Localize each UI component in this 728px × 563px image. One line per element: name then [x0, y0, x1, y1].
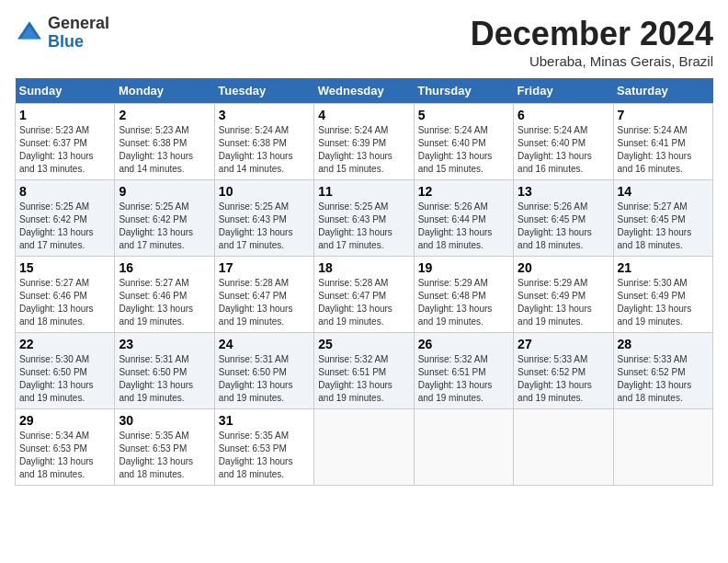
day-info: Sunrise: 5:25 AM Sunset: 6:42 PM Dayligh… — [19, 201, 110, 252]
day-info: Sunrise: 5:32 AM Sunset: 6:51 PM Dayligh… — [418, 353, 509, 405]
calendar-cell: 9 Sunrise: 5:25 AM Sunset: 6:42 PM Dayli… — [115, 180, 214, 257]
day-number: 27 — [518, 337, 609, 351]
day-info: Sunrise: 5:24 AM Sunset: 6:41 PM Dayligh… — [618, 124, 709, 176]
col-header-tuesday: Tuesday — [214, 78, 313, 104]
day-info: Sunrise: 5:26 AM Sunset: 6:45 PM Dayligh… — [518, 201, 609, 252]
day-number: 30 — [119, 413, 210, 428]
calendar-cell: 7 Sunrise: 5:24 AM Sunset: 6:41 PM Dayli… — [613, 104, 712, 180]
calendar-cell: 12 Sunrise: 5:26 AM Sunset: 6:44 PM Dayl… — [414, 180, 513, 257]
logo-blue-text: Blue — [48, 32, 84, 51]
day-number: 18 — [318, 260, 409, 275]
calendar-cell: 22 Sunrise: 5:30 AM Sunset: 6:50 PM Dayl… — [16, 333, 115, 409]
calendar-cell: 20 Sunrise: 5:29 AM Sunset: 6:49 PM Dayl… — [514, 257, 613, 333]
location-text: Uberaba, Minas Gerais, Brazil — [471, 53, 713, 69]
day-info: Sunrise: 5:24 AM Sunset: 6:40 PM Dayligh… — [418, 124, 509, 176]
day-info: Sunrise: 5:31 AM Sunset: 6:50 PM Dayligh… — [219, 353, 310, 405]
day-info: Sunrise: 5:28 AM Sunset: 6:47 PM Dayligh… — [219, 277, 310, 328]
day-info: Sunrise: 5:25 AM Sunset: 6:43 PM Dayligh… — [219, 201, 310, 252]
calendar-cell: 8 Sunrise: 5:25 AM Sunset: 6:42 PM Dayli… — [16, 180, 115, 257]
calendar-week-row: 1 Sunrise: 5:23 AM Sunset: 6:37 PM Dayli… — [16, 104, 713, 180]
day-number: 17 — [219, 260, 310, 275]
day-number: 24 — [219, 337, 310, 351]
day-info: Sunrise: 5:30 AM Sunset: 6:49 PM Dayligh… — [618, 277, 709, 328]
day-number: 16 — [119, 260, 210, 275]
day-number: 11 — [318, 184, 409, 199]
col-header-sunday: Sunday — [16, 78, 115, 104]
calendar-cell: 5 Sunrise: 5:24 AM Sunset: 6:40 PM Dayli… — [414, 104, 513, 180]
calendar-cell: 24 Sunrise: 5:31 AM Sunset: 6:50 PM Dayl… — [214, 333, 313, 409]
col-header-thursday: Thursday — [414, 78, 513, 104]
day-info: Sunrise: 5:28 AM Sunset: 6:47 PM Dayligh… — [318, 277, 409, 328]
day-number: 8 — [19, 184, 110, 199]
calendar-cell: 18 Sunrise: 5:28 AM Sunset: 6:47 PM Dayl… — [314, 257, 414, 333]
title-block: December 2024 Uberaba, Minas Gerais, Bra… — [471, 15, 713, 69]
day-number: 6 — [518, 108, 609, 122]
calendar-cell: 19 Sunrise: 5:29 AM Sunset: 6:48 PM Dayl… — [414, 257, 513, 333]
calendar-cell: 1 Sunrise: 5:23 AM Sunset: 6:37 PM Dayli… — [16, 104, 115, 180]
calendar-cell: 26 Sunrise: 5:32 AM Sunset: 6:51 PM Dayl… — [414, 333, 513, 409]
day-number: 1 — [19, 108, 110, 122]
day-number: 26 — [418, 337, 509, 351]
logo-icon — [15, 18, 44, 48]
calendar-table: SundayMondayTuesdayWednesdayThursdayFrid… — [15, 78, 713, 486]
day-info: Sunrise: 5:24 AM Sunset: 6:39 PM Dayligh… — [318, 124, 409, 176]
day-number: 23 — [119, 337, 210, 351]
calendar-cell: 28 Sunrise: 5:33 AM Sunset: 6:52 PM Dayl… — [613, 333, 712, 409]
day-info: Sunrise: 5:29 AM Sunset: 6:49 PM Dayligh… — [518, 277, 609, 328]
col-header-friday: Friday — [514, 78, 613, 104]
day-info: Sunrise: 5:25 AM Sunset: 6:42 PM Dayligh… — [119, 201, 210, 252]
day-info: Sunrise: 5:29 AM Sunset: 6:48 PM Dayligh… — [418, 277, 509, 328]
day-number: 25 — [318, 337, 409, 351]
calendar-week-row: 29 Sunrise: 5:34 AM Sunset: 6:53 PM Dayl… — [16, 409, 713, 486]
day-info: Sunrise: 5:27 AM Sunset: 6:46 PM Dayligh… — [119, 277, 210, 328]
day-info: Sunrise: 5:32 AM Sunset: 6:51 PM Dayligh… — [318, 353, 409, 405]
day-info: Sunrise: 5:24 AM Sunset: 6:38 PM Dayligh… — [219, 124, 310, 176]
day-number: 7 — [618, 108, 709, 122]
day-number: 19 — [418, 260, 509, 275]
page-header: General Blue December 2024 Uberaba, Mina… — [15, 15, 713, 69]
calendar-cell: 17 Sunrise: 5:28 AM Sunset: 6:47 PM Dayl… — [214, 257, 313, 333]
day-number: 5 — [418, 108, 509, 122]
day-number: 12 — [418, 184, 509, 199]
day-info: Sunrise: 5:31 AM Sunset: 6:50 PM Dayligh… — [119, 353, 210, 405]
day-number: 31 — [219, 413, 310, 428]
col-header-wednesday: Wednesday — [314, 78, 414, 104]
day-info: Sunrise: 5:27 AM Sunset: 6:46 PM Dayligh… — [19, 277, 110, 328]
calendar-cell: 27 Sunrise: 5:33 AM Sunset: 6:52 PM Dayl… — [514, 333, 613, 409]
month-title: December 2024 — [471, 15, 713, 53]
day-number: 2 — [119, 108, 210, 122]
calendar-cell — [613, 409, 712, 486]
day-info: Sunrise: 5:33 AM Sunset: 6:52 PM Dayligh… — [518, 353, 609, 405]
day-info: Sunrise: 5:35 AM Sunset: 6:53 PM Dayligh… — [119, 430, 210, 481]
calendar-cell — [314, 409, 414, 486]
calendar-header-row: SundayMondayTuesdayWednesdayThursdayFrid… — [16, 78, 713, 104]
day-number: 3 — [219, 108, 310, 122]
calendar-cell: 6 Sunrise: 5:24 AM Sunset: 6:40 PM Dayli… — [514, 104, 613, 180]
day-number: 14 — [618, 184, 709, 199]
calendar-cell: 13 Sunrise: 5:26 AM Sunset: 6:45 PM Dayl… — [514, 180, 613, 257]
col-header-saturday: Saturday — [613, 78, 712, 104]
calendar-cell: 10 Sunrise: 5:25 AM Sunset: 6:43 PM Dayl… — [214, 180, 313, 257]
calendar-cell — [514, 409, 613, 486]
day-number: 10 — [219, 184, 310, 199]
day-info: Sunrise: 5:26 AM Sunset: 6:44 PM Dayligh… — [418, 201, 509, 252]
calendar-cell — [414, 409, 513, 486]
day-info: Sunrise: 5:34 AM Sunset: 6:53 PM Dayligh… — [19, 430, 110, 481]
day-info: Sunrise: 5:25 AM Sunset: 6:43 PM Dayligh… — [318, 201, 409, 252]
calendar-cell: 2 Sunrise: 5:23 AM Sunset: 6:38 PM Dayli… — [115, 104, 214, 180]
logo: General Blue — [15, 15, 109, 52]
calendar-week-row: 22 Sunrise: 5:30 AM Sunset: 6:50 PM Dayl… — [16, 333, 713, 409]
calendar-cell: 14 Sunrise: 5:27 AM Sunset: 6:45 PM Dayl… — [613, 180, 712, 257]
day-info: Sunrise: 5:23 AM Sunset: 6:37 PM Dayligh… — [19, 124, 110, 176]
day-info: Sunrise: 5:33 AM Sunset: 6:52 PM Dayligh… — [618, 353, 709, 405]
calendar-cell: 31 Sunrise: 5:35 AM Sunset: 6:53 PM Dayl… — [214, 409, 313, 486]
calendar-cell: 29 Sunrise: 5:34 AM Sunset: 6:53 PM Dayl… — [16, 409, 115, 486]
calendar-week-row: 15 Sunrise: 5:27 AM Sunset: 6:46 PM Dayl… — [16, 257, 713, 333]
day-number: 21 — [618, 260, 709, 275]
calendar-cell: 15 Sunrise: 5:27 AM Sunset: 6:46 PM Dayl… — [16, 257, 115, 333]
calendar-cell: 21 Sunrise: 5:30 AM Sunset: 6:49 PM Dayl… — [613, 257, 712, 333]
day-info: Sunrise: 5:27 AM Sunset: 6:45 PM Dayligh… — [618, 201, 709, 252]
day-info: Sunrise: 5:23 AM Sunset: 6:38 PM Dayligh… — [119, 124, 210, 176]
day-info: Sunrise: 5:30 AM Sunset: 6:50 PM Dayligh… — [19, 353, 110, 405]
day-number: 28 — [618, 337, 709, 351]
